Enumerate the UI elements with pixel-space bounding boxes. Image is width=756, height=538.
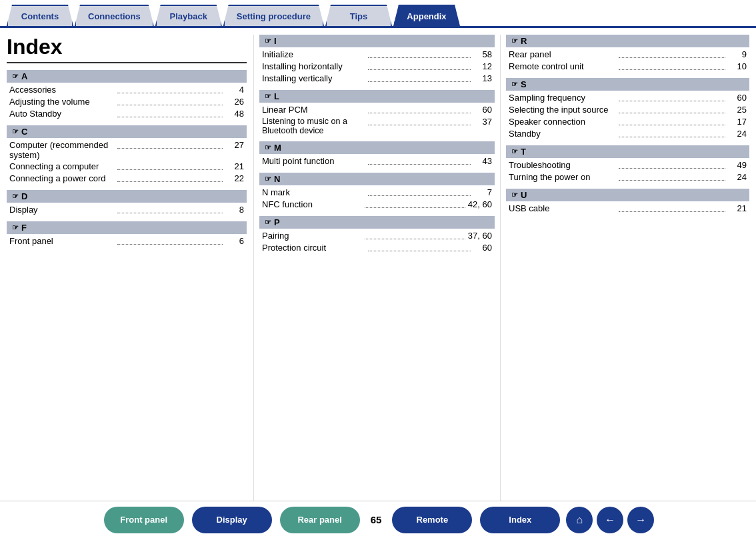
entry-page: 49 <box>728 160 747 171</box>
tab-setting-procedure[interactable]: Setting procedure <box>223 5 324 26</box>
page-icon-f: ☞ <box>12 223 19 232</box>
section-header-u: ☞ U <box>506 189 749 201</box>
entry-page: 4 <box>225 85 244 95</box>
entry-accessories: Accessories 4 <box>7 84 247 96</box>
dots <box>117 97 223 105</box>
btn-forward[interactable]: → <box>627 507 654 533</box>
entry-page: 7 <box>473 187 492 198</box>
dots <box>117 236 223 245</box>
page-icon-r: ☞ <box>511 37 518 45</box>
entry-multi-point: Multi point function 43 <box>259 155 495 167</box>
bottom-nav: Front panel Display Rear panel 65 Remote… <box>0 501 756 538</box>
dots <box>368 243 471 251</box>
entry-page: 17 <box>728 117 747 127</box>
page-icon-l: ☞ <box>265 92 271 101</box>
entry-label: Installing horizontally <box>262 61 365 72</box>
tab-contents[interactable]: Contents <box>7 5 73 26</box>
section-letter-n: N <box>274 174 280 184</box>
entry-remote-control-unit: Remote control unit 10 <box>506 61 749 73</box>
dots <box>368 49 471 58</box>
section-letter-m: M <box>274 143 281 153</box>
tab-appendix[interactable]: Appendix <box>393 5 460 26</box>
page-icon-m: ☞ <box>265 143 271 152</box>
tab-playback[interactable]: Playback <box>155 5 222 26</box>
btn-home[interactable]: ⌂ <box>566 507 593 533</box>
entry-page: 13 <box>473 73 492 84</box>
entry-computer: Computer (recommended system) 27 <box>7 139 247 161</box>
section-d: ☞ D Display 8 <box>7 190 247 216</box>
left-column: Index ☞ A Accessories 4 Adjusting the vo… <box>7 35 253 501</box>
dots <box>117 109 223 117</box>
home-icon: ⌂ <box>577 514 583 526</box>
entry-page: 21 <box>225 161 244 172</box>
dots <box>117 205 223 213</box>
btn-back[interactable]: ← <box>597 507 623 533</box>
entry-page: 58 <box>473 49 492 60</box>
btn-display[interactable]: Display <box>192 507 272 533</box>
btn-rear-panel[interactable]: Rear panel <box>280 507 360 533</box>
right-column: ☞ R Rear panel 9 Remote control unit 10 … <box>500 35 749 501</box>
btn-front-panel[interactable]: Front panel <box>104 507 184 533</box>
entry-page: 48 <box>225 109 244 119</box>
entry-protection-circuit: Protection circuit 60 <box>259 242 495 254</box>
section-letter-f: F <box>21 223 27 233</box>
section-letter-d: D <box>21 191 27 201</box>
entry-label: Remote control unit <box>509 61 616 72</box>
btn-index[interactable]: Index <box>480 507 560 533</box>
section-header-a: ☞ A <box>7 70 247 83</box>
entry-initialize: Initialize 58 <box>259 49 495 61</box>
entry-label: Multi point function <box>262 156 365 167</box>
section-header-r: ☞ R <box>506 35 749 47</box>
entry-page: 24 <box>728 172 747 183</box>
page-title: Index <box>7 35 247 59</box>
section-header-c: ☞ C <box>7 125 247 138</box>
tab-connections[interactable]: Connections <box>75 5 154 26</box>
section-letter-u: U <box>521 190 527 200</box>
dots <box>117 173 223 182</box>
entry-listening-bluetooth: Listening to music on a Bluetooth device… <box>259 116 495 136</box>
entry-page: 6 <box>225 236 244 247</box>
section-header-d: ☞ D <box>7 190 247 203</box>
section-l: ☞ L Linear PCM 60 Listening to music on … <box>259 90 495 136</box>
entry-label: Protection circuit <box>262 243 365 253</box>
entry-standby: Standby 24 <box>506 128 749 140</box>
entry-nfc-function: NFC function 42, 60 <box>259 199 495 211</box>
section-header-n: ☞ N <box>259 173 495 185</box>
dots <box>365 231 465 239</box>
page-icon-s: ☞ <box>511 80 518 89</box>
dots <box>619 61 726 70</box>
top-nav: Contents Connections Playback Setting pr… <box>0 0 756 28</box>
section-n: ☞ N N mark 7 NFC function 42, 60 <box>259 173 495 211</box>
dots <box>117 161 223 170</box>
entry-label: Installing vertically <box>262 73 365 84</box>
section-header-f: ☞ F <box>7 221 247 234</box>
dots <box>117 85 223 93</box>
entry-label: Adjusting the volume <box>9 97 115 107</box>
entry-usb-cable: USB cable 21 <box>506 203 749 215</box>
dots <box>619 93 726 101</box>
entry-page: 60 <box>473 243 492 253</box>
entry-label: Display <box>9 205 115 215</box>
entry-n-mark: N mark 7 <box>259 187 495 199</box>
tab-tips[interactable]: Tips <box>325 5 392 26</box>
section-c: ☞ C Computer (recommended system) 27 Con… <box>7 125 247 185</box>
dots <box>368 61 471 70</box>
entry-page: 42, 60 <box>468 199 492 210</box>
entry-label: Connecting a computer <box>9 161 115 172</box>
dots <box>368 105 471 113</box>
entry-page: 21 <box>728 203 747 214</box>
page-icon-d: ☞ <box>12 192 19 201</box>
entry-page: 10 <box>728 61 747 72</box>
dots <box>619 172 726 181</box>
entry-label: Auto Standby <box>9 109 115 119</box>
btn-remote[interactable]: Remote <box>392 507 472 533</box>
section-header-l: ☞ L <box>259 90 495 103</box>
title-divider <box>7 62 247 63</box>
section-letter-s: S <box>521 79 527 89</box>
entry-label: Selecting the input source <box>509 105 616 115</box>
entry-label: Accessories <box>9 85 115 95</box>
entry-selecting-input-source: Selecting the input source 25 <box>506 104 749 116</box>
section-m: ☞ M Multi point function 43 <box>259 141 495 167</box>
entry-label: Computer (recommended system) <box>9 140 115 160</box>
entry-pairing: Pairing 37, 60 <box>259 230 495 242</box>
